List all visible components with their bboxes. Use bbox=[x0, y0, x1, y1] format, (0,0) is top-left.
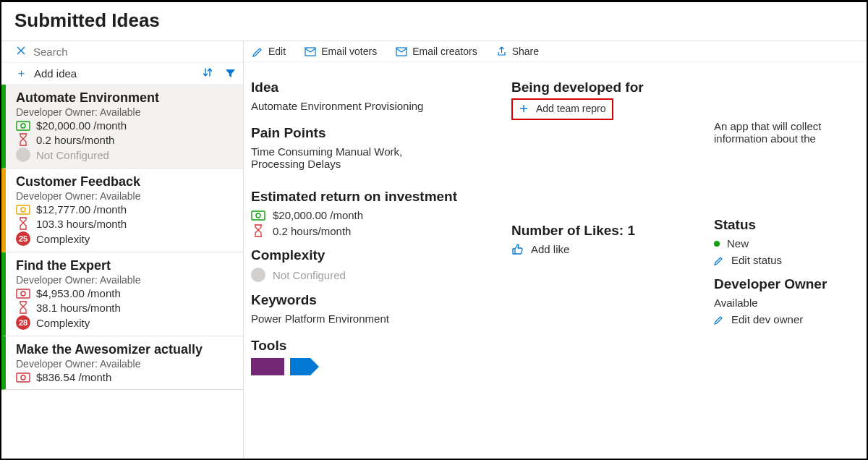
hourglass-icon bbox=[16, 133, 30, 146]
sidebar: ＋ Add idea Automate EnvironmentDeveloper… bbox=[1, 41, 244, 460]
email-voters-label: Email voters bbox=[321, 46, 377, 57]
pain-heading: Pain Points bbox=[251, 125, 504, 141]
card-money-row: $12,777.00 /month bbox=[16, 203, 234, 216]
plus-icon[interactable]: ＋ bbox=[16, 67, 27, 80]
hourglass-icon bbox=[16, 301, 30, 314]
card-hours-row: 38.1 hours/month bbox=[16, 301, 234, 314]
card-money: $4,953.00 /month bbox=[36, 287, 121, 299]
card-title: Automate Environment bbox=[16, 90, 234, 106]
complexity-badge bbox=[16, 148, 30, 162]
svg-rect-0 bbox=[17, 122, 30, 130]
card-title: Make the Awesomizer actually bbox=[16, 342, 234, 357]
card-money-row: $4,953.00 /month bbox=[16, 287, 234, 299]
card-money: $12,777.00 /month bbox=[36, 203, 127, 216]
roi-heading: Estimated return on investment bbox=[251, 189, 504, 205]
card-owner: Developer Owner: Available bbox=[16, 274, 234, 286]
edit-label: Edit bbox=[268, 46, 286, 57]
status-dot-icon bbox=[714, 241, 720, 247]
share-icon bbox=[496, 46, 507, 57]
tools-heading: Tools bbox=[251, 338, 504, 354]
money-icon bbox=[251, 210, 265, 221]
edit-dev-owner-button[interactable]: Edit dev owner bbox=[714, 313, 851, 325]
edit-status-button[interactable]: Edit status bbox=[714, 254, 851, 266]
card-title: Find the Expert bbox=[16, 258, 234, 273]
edit-button[interactable]: Edit bbox=[252, 46, 286, 57]
complexity-badge bbox=[251, 268, 265, 282]
idea-card[interactable]: Make the Awesomizer actuallyDeveloper Ow… bbox=[1, 336, 243, 390]
svg-point-5 bbox=[21, 291, 25, 296]
sort-icon[interactable] bbox=[202, 67, 213, 80]
money-icon bbox=[16, 289, 30, 299]
complexity-text: Not Configured bbox=[273, 269, 346, 281]
add-team-repro-label: Add team repro bbox=[536, 103, 606, 114]
idea-card[interactable]: Find the ExpertDeveloper Owner: Availabl… bbox=[1, 252, 243, 336]
share-button[interactable]: Share bbox=[496, 46, 539, 57]
email-voters-button[interactable]: Email voters bbox=[305, 46, 377, 57]
layout: ＋ Add idea Automate EnvironmentDeveloper… bbox=[1, 41, 867, 460]
card-owner: Developer Owner: Available bbox=[16, 190, 234, 202]
svg-point-7 bbox=[21, 375, 25, 380]
card-complexity-label: Complexity bbox=[36, 317, 90, 329]
clear-search-icon[interactable] bbox=[16, 46, 26, 58]
idea-heading: Idea bbox=[251, 80, 504, 95]
card-hours-row: 0.2 hours/month bbox=[16, 133, 234, 146]
likes-heading: Number of Likes: 1 bbox=[511, 223, 707, 239]
status-heading: Status bbox=[714, 217, 851, 233]
pencil-icon bbox=[714, 315, 724, 325]
edit-status-label: Edit status bbox=[731, 254, 782, 266]
svg-point-3 bbox=[21, 208, 25, 212]
col-right: An app that will collect information abo… bbox=[714, 80, 851, 375]
search-row bbox=[1, 41, 243, 63]
hourglass-icon bbox=[251, 224, 265, 237]
svg-point-1 bbox=[21, 124, 25, 128]
pain-text: Time Consuming Manual Work, Processing D… bbox=[251, 145, 439, 170]
filter-icon[interactable] bbox=[225, 68, 236, 79]
edit-dev-owner-label: Edit dev owner bbox=[731, 313, 803, 325]
page-title: Submitted Ideas bbox=[1, 2, 867, 41]
plus-icon bbox=[519, 103, 529, 114]
card-money: $836.54 /month bbox=[36, 371, 111, 383]
detail-content: Idea Automate Environment Provisioning P… bbox=[244, 62, 867, 381]
money-icon bbox=[16, 121, 30, 131]
mail-icon bbox=[305, 47, 316, 56]
mail-icon bbox=[396, 47, 407, 56]
card-complexity-label: Complexity bbox=[36, 233, 90, 245]
card-money-row: $20,000.00 /month bbox=[16, 119, 234, 132]
search-input[interactable] bbox=[33, 46, 236, 58]
card-owner: Developer Owner: Available bbox=[16, 106, 234, 118]
svg-rect-10 bbox=[252, 211, 265, 220]
idea-card[interactable]: Customer FeedbackDeveloper Owner: Availa… bbox=[1, 169, 243, 252]
share-label: Share bbox=[512, 46, 539, 57]
dev-owner-heading: Developer Owner bbox=[714, 276, 851, 292]
dev-owner-value: Available bbox=[714, 297, 851, 309]
add-team-repro-button[interactable]: Add team repro bbox=[511, 98, 613, 120]
card-hours: 0.2 hours/month bbox=[36, 134, 114, 146]
main-panel: Edit Email voters Email creators Share bbox=[244, 41, 867, 460]
keywords-text: Power Platform Environment bbox=[251, 312, 504, 325]
tools-row bbox=[251, 358, 504, 375]
add-idea-label[interactable]: Add idea bbox=[34, 67, 190, 80]
col-left: Idea Automate Environment Provisioning P… bbox=[251, 80, 504, 375]
add-like-button[interactable]: Add like bbox=[511, 243, 707, 255]
card-owner: Developer Owner: Available bbox=[16, 358, 234, 370]
complexity-badge: 28 bbox=[16, 315, 30, 330]
tool-icon-blue bbox=[290, 358, 319, 375]
card-complexity-row: 28Complexity bbox=[16, 315, 234, 330]
email-creators-label: Email creators bbox=[412, 46, 477, 57]
email-creators-button[interactable]: Email creators bbox=[396, 46, 477, 57]
card-money-row: $836.54 /month bbox=[16, 371, 234, 383]
svg-rect-6 bbox=[17, 373, 30, 382]
status-value: New bbox=[727, 237, 749, 250]
add-idea-row: ＋ Add idea bbox=[1, 63, 243, 85]
roi-money: $20,000.00 /month bbox=[273, 209, 363, 221]
card-complexity-row: 25Complexity bbox=[16, 231, 234, 246]
toolbar: Edit Email voters Email creators Share bbox=[244, 41, 867, 62]
hourglass-icon bbox=[16, 217, 30, 230]
card-complexity-row: Not Configured bbox=[16, 148, 234, 162]
idea-card[interactable]: Automate EnvironmentDeveloper Owner: Ava… bbox=[1, 85, 243, 169]
svg-point-11 bbox=[256, 213, 260, 218]
roi-hours: 0.2 hours/month bbox=[273, 225, 351, 237]
developed-heading: Being developed for bbox=[511, 80, 707, 95]
add-like-label: Add like bbox=[531, 243, 569, 255]
keywords-heading: Keywords bbox=[251, 292, 504, 308]
